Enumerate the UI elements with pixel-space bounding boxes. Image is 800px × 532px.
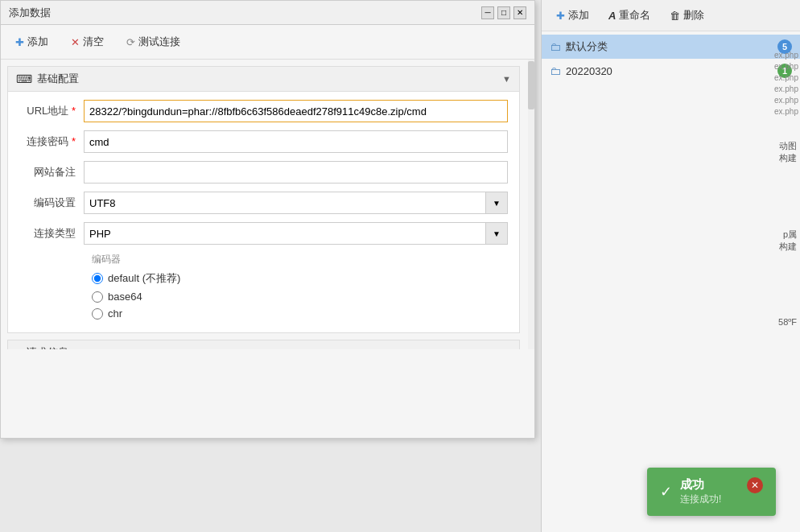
rename-label: 重命名 xyxy=(619,8,650,23)
folder-name-default: 默认分类 xyxy=(566,39,777,54)
folder-list: 🗀 默认分类 5 🗀 20220320 1 xyxy=(542,31,800,86)
rename-button[interactable]: A 重命名 xyxy=(602,5,657,26)
side-text-3: ex.php xyxy=(774,72,798,84)
url-input[interactable] xyxy=(84,100,508,122)
request-info-section: e 请求信息 ▲ xyxy=(7,340,520,349)
encoder-default-label: default (不推荐) xyxy=(108,271,180,286)
side-text-4: ex.php xyxy=(774,84,798,95)
url-required: * xyxy=(72,105,76,117)
right-add-label: 添加 xyxy=(568,8,589,23)
type-label: 连接类型 xyxy=(19,226,84,241)
note-label: 网站备注 xyxy=(19,165,84,179)
encoding-select-wrapper: UTF8 GBK ▼ xyxy=(84,192,508,214)
test-label: 测试连接 xyxy=(138,35,180,49)
url-label: URL地址 * xyxy=(19,104,84,118)
basic-config-title: 基础配置 xyxy=(37,72,79,86)
clear-button[interactable]: ✕ 清空 xyxy=(64,31,110,52)
maximize-icon: □ xyxy=(501,8,506,17)
request-info-chevron: ▲ xyxy=(502,348,511,349)
scrollbar-track[interactable] xyxy=(528,60,534,349)
success-toast: ✓ 成功 连接成功! ✕ xyxy=(647,468,776,516)
right-text-dongtu: 动图 xyxy=(779,140,797,152)
close-button[interactable]: ✕ xyxy=(513,6,526,19)
encoder-base64-label: base64 xyxy=(108,291,142,303)
note-row: 网站备注 xyxy=(19,161,508,184)
encoder-default-radio[interactable] xyxy=(92,273,103,284)
minimize-icon: ─ xyxy=(485,8,490,17)
request-info-title-group: e 请求信息 xyxy=(16,345,68,349)
encoding-label: 编码设置 xyxy=(19,196,84,210)
scroll-area: ⌨ 基础配置 ▼ URL地址 * xyxy=(1,60,534,349)
basic-config-content: URL地址 * 连接密码 * xyxy=(8,92,519,332)
toast-close-button[interactable]: ✕ xyxy=(747,477,763,493)
encoder-base64-radio[interactable] xyxy=(92,291,103,303)
right-content-block-2: p属 构建 xyxy=(776,225,800,256)
basic-config-header[interactable]: ⌨ 基础配置 ▼ xyxy=(8,67,519,92)
right-content-block-3: 58ºF xyxy=(775,314,800,330)
right-panel: ✚ 添加 A 重命名 🗑 删除 🗀 默认分类 5 🗀 20220320 1 ex… xyxy=(541,0,800,532)
folder-icon-20220320: 🗀 xyxy=(550,64,561,77)
encoding-row: 编码设置 UTF8 GBK ▼ xyxy=(19,192,508,214)
dialog-controls: ─ □ ✕ xyxy=(481,6,526,19)
delete-icon: 🗑 xyxy=(670,10,680,22)
side-text-5: ex.php xyxy=(774,95,798,106)
right-content-block-1: 动图 构建 xyxy=(776,137,800,167)
toast-check-icon: ✓ xyxy=(660,483,672,501)
add-icon: ✚ xyxy=(15,36,24,48)
toast-message: 连接成功! xyxy=(680,493,739,506)
encoder-chr-radio[interactable] xyxy=(92,308,103,320)
encoding-select[interactable]: UTF8 GBK xyxy=(84,192,508,214)
side-text-6: ex.php xyxy=(774,106,798,118)
password-label: 连接密码 * xyxy=(19,134,84,149)
side-text-area: ex.php ex.php ex.php ex.php ex.php ex.ph… xyxy=(773,48,800,119)
note-input[interactable] xyxy=(84,161,508,184)
clear-label: 清空 xyxy=(83,35,104,49)
basic-config-chevron: ▼ xyxy=(502,74,511,84)
request-info-header[interactable]: e 请求信息 ▲ xyxy=(8,340,519,349)
folder-name-20220320: 20220320 xyxy=(566,65,777,77)
rename-icon: A xyxy=(608,10,616,22)
test-connection-button[interactable]: ⟳ 测试连接 xyxy=(120,31,187,52)
right-text-gou: 构建 xyxy=(779,152,797,164)
folder-item-default[interactable]: 🗀 默认分类 5 xyxy=(542,35,800,59)
folder-item-20220320[interactable]: 🗀 20220320 1 xyxy=(542,59,800,83)
side-text-1: ex.php xyxy=(774,50,798,61)
add-label: 添加 xyxy=(27,35,48,49)
test-icon: ⟳ xyxy=(126,36,135,48)
delete-button[interactable]: 🗑 删除 xyxy=(663,5,711,26)
minimize-button[interactable]: ─ xyxy=(481,6,494,19)
password-input[interactable] xyxy=(84,130,508,153)
password-required: * xyxy=(72,135,76,147)
basic-config-section: ⌨ 基础配置 ▼ URL地址 * xyxy=(7,66,520,333)
right-text-php: p属 xyxy=(779,229,797,241)
clear-icon: ✕ xyxy=(71,36,80,48)
basic-config-icon: ⌨ xyxy=(16,72,32,85)
dialog-titlebar: 添加数据 ─ □ ✕ xyxy=(1,1,534,25)
encoder-label: 编码器 xyxy=(92,253,508,266)
scrollbar-thumb[interactable] xyxy=(528,61,534,109)
encoder-default-row: default (不推荐) xyxy=(92,271,508,286)
side-text-2: ex.php xyxy=(774,61,798,72)
right-add-icon: ✚ xyxy=(556,10,565,22)
encoder-chr-label: chr xyxy=(108,307,122,320)
maximize-button[interactable]: □ xyxy=(497,6,510,19)
right-text-gou2: 构建 xyxy=(779,241,797,253)
right-add-button[interactable]: ✚ 添加 xyxy=(550,5,596,26)
encoder-base64-row: base64 xyxy=(92,291,508,303)
delete-label: 删除 xyxy=(683,8,704,23)
type-row: 连接类型 PHP ASP ASPX ▼ xyxy=(19,222,508,245)
toast-close-icon: ✕ xyxy=(751,480,759,491)
request-info-icon: e xyxy=(16,347,22,350)
right-toolbar: ✚ 添加 A 重命名 🗑 删除 xyxy=(542,0,800,31)
password-row: 连接密码 * xyxy=(19,130,508,153)
add-button[interactable]: ✚ 添加 xyxy=(9,31,55,52)
url-row: URL地址 * xyxy=(19,100,508,122)
type-select[interactable]: PHP ASP ASPX xyxy=(84,222,508,245)
basic-config-title-group: ⌨ 基础配置 xyxy=(16,72,79,86)
right-text-58: 58ºF xyxy=(778,317,797,327)
request-info-title: 请求信息 xyxy=(27,345,68,349)
toast-content: 成功 连接成功! xyxy=(680,477,739,506)
toast-title: 成功 xyxy=(680,477,739,493)
close-icon: ✕ xyxy=(517,8,523,17)
encoder-chr-row: chr xyxy=(92,307,508,320)
